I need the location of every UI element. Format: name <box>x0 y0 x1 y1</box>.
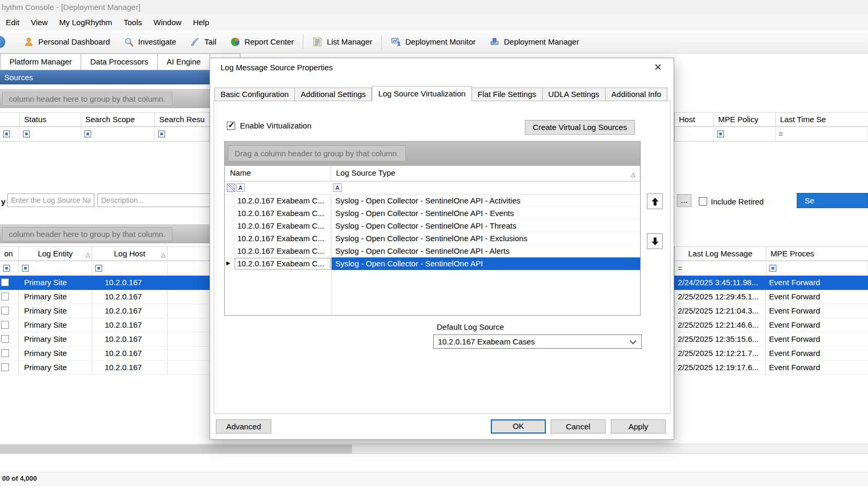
filter-cell[interactable] <box>776 127 868 141</box>
close-icon[interactable] <box>650 59 666 76</box>
clipped-toolbar-icon[interactable] <box>0 35 8 49</box>
filter-checkbox-icon[interactable] <box>84 131 91 137</box>
filter-checkbox-icon[interactable] <box>22 265 29 272</box>
filter-cell[interactable] <box>92 261 168 275</box>
lower-filter-row-right[interactable] <box>674 261 868 276</box>
apply-button[interactable]: Apply <box>611 419 666 434</box>
column-header-search-resu[interactable]: Search Resu <box>155 112 210 127</box>
checkbox-icon[interactable] <box>1 349 9 357</box>
row-checkbox-cell[interactable] <box>0 290 19 304</box>
filter-checkbox-icon[interactable] <box>3 131 10 137</box>
virtual-log-source-row[interactable]: 10.2.0.167 Exabeam C...Syslog - Open Col… <box>225 245 640 257</box>
move-up-button[interactable] <box>647 193 663 209</box>
column-header-mpe-proces[interactable]: MPE Proces <box>766 246 868 261</box>
description-input[interactable] <box>97 193 210 207</box>
browse-ellipsis-button[interactable]: ... <box>677 194 691 207</box>
create-virtual-log-sources-button[interactable]: Create Virtual Log Sources <box>525 120 635 135</box>
toolbar-deployment-monitor[interactable]: Deployment Monitor <box>384 30 482 53</box>
filter-checkbox-icon[interactable] <box>95 265 102 272</box>
cancel-button[interactable]: Cancel <box>551 419 606 434</box>
equals-filter-icon[interactable] <box>779 129 783 138</box>
checkbox-checked-icon[interactable] <box>227 122 235 130</box>
menu-item-my-logrhythm[interactable]: My LogRhythm <box>53 15 118 30</box>
row-checkbox-cell[interactable] <box>0 332 19 346</box>
toolbar-list-manager[interactable]: List Manager <box>305 30 379 53</box>
menu-item-help[interactable]: Help <box>187 15 215 30</box>
row-checkbox-cell[interactable] <box>0 304 19 318</box>
filter-checkbox-icon[interactable] <box>3 265 10 272</box>
toolbar-investigate[interactable]: Investigate <box>117 30 183 53</box>
filter-checkbox-icon[interactable] <box>158 131 165 137</box>
column-header-last-log-message[interactable]: Last Log Message <box>675 246 766 261</box>
dialog-tab-basic-configuration[interactable]: Basic Configuration <box>214 88 295 101</box>
column-header-blank[interactable] <box>168 246 210 261</box>
column-header-last-time-se[interactable]: Last Time Se <box>776 112 868 127</box>
scrollbar-thumb[interactable] <box>0 445 352 453</box>
checkbox-icon[interactable] <box>1 293 9 300</box>
ok-button[interactable]: OK <box>491 419 546 434</box>
filter-cell[interactable] <box>0 127 20 141</box>
filter-cell[interactable] <box>675 261 766 275</box>
virtual-log-source-row[interactable]: 10.2.0.167 Exabeam C...Syslog - Open Col… <box>225 207 640 220</box>
column-header-on[interactable]: on <box>0 246 19 261</box>
filter-a-icon[interactable] <box>333 183 342 192</box>
menu-item-window[interactable]: Window <box>148 15 187 30</box>
grid-column-header-name[interactable]: Name <box>225 166 331 181</box>
dialog-tab-additional-info[interactable]: Additional Info <box>606 88 667 101</box>
column-header-blank[interactable] <box>0 112 20 127</box>
column-header-host[interactable]: Host <box>675 112 714 127</box>
column-header-mpe-policy[interactable]: MPE Policy <box>714 112 776 127</box>
search-button[interactable]: Se <box>797 193 868 208</box>
filter-cell[interactable] <box>675 127 714 141</box>
column-header-log-host[interactable]: Log Host <box>92 246 168 261</box>
filter-cell[interactable] <box>766 261 868 275</box>
row-checkbox-cell[interactable] <box>0 347 19 360</box>
view-tab-data-processors[interactable]: Data Processors <box>81 53 158 70</box>
toolbar-personal-dashboard[interactable]: Personal Dashboard <box>17 30 117 53</box>
menu-item-view[interactable]: View <box>25 15 53 30</box>
filter-a-icon[interactable] <box>236 183 245 192</box>
filter-cell[interactable] <box>714 127 776 141</box>
column-header-log-entity[interactable]: Log Entity <box>19 246 92 261</box>
checkbox-icon[interactable] <box>1 335 9 343</box>
virtual-log-source-row[interactable]: 10.2.0.167 Exabeam C...Syslog - Open Col… <box>225 257 640 270</box>
filter-cell[interactable] <box>168 261 210 275</box>
checkbox-icon[interactable] <box>1 307 9 315</box>
include-retired-checkbox[interactable]: Include Retired <box>699 195 764 208</box>
upper-filter-row-right[interactable] <box>674 127 868 142</box>
toolbar-deployment-manager[interactable]: Deployment Manager <box>482 30 586 53</box>
enable-virtualization-checkbox[interactable]: Enable Virtualization <box>227 121 311 130</box>
move-down-button[interactable] <box>647 233 663 249</box>
toolbar-report-center[interactable]: Report Center <box>223 30 301 53</box>
log-source-name-input[interactable] <box>7 193 94 207</box>
grid-column-header-log-source-type[interactable]: Log Source Type <box>331 166 641 181</box>
menu-item-tools[interactable]: Tools <box>118 15 148 30</box>
virtual-log-source-row[interactable]: 10.2.0.167 Exabeam C...Syslog - Open Col… <box>225 220 640 232</box>
dialog-tab-log-source-virtualization[interactable]: Log Source Virtualization <box>372 86 472 101</box>
filter-cell[interactable] <box>81 127 155 141</box>
advanced-button[interactable]: Advanced <box>216 419 271 434</box>
filter-cell[interactable] <box>0 261 19 275</box>
toolbar-tail[interactable]: Tail <box>183 30 223 53</box>
filter-checkbox-icon[interactable] <box>23 131 30 137</box>
view-tab-platform-manager[interactable]: Platform Manager <box>0 53 81 70</box>
dialog-tab-flat-file-settings[interactable]: Flat File Settings <box>472 88 543 101</box>
checkbox-icon[interactable] <box>1 278 9 286</box>
row-checkbox-cell[interactable] <box>0 361 19 374</box>
filter-checkbox-icon[interactable] <box>717 131 724 137</box>
menu-item-edit[interactable]: Edit <box>0 15 25 30</box>
checkbox-icon[interactable] <box>1 363 9 371</box>
checkbox-icon[interactable] <box>1 321 9 329</box>
virtual-log-source-row[interactable]: 10.2.0.167 Exabeam C...Syslog - Open Col… <box>225 195 640 207</box>
filter-hatch-icon[interactable] <box>227 183 235 192</box>
row-checkbox-cell[interactable] <box>0 318 19 332</box>
horizontal-scrollbar[interactable] <box>0 444 868 454</box>
column-header-status[interactable]: Status <box>20 112 81 127</box>
filter-checkbox-icon[interactable] <box>770 265 776 272</box>
group-by-bar-dialog[interactable]: Drag a column header to group by that co… <box>225 142 640 166</box>
virtual-log-source-row[interactable]: 10.2.0.167 Exabeam C...Syslog - Open Col… <box>225 232 640 245</box>
filter-cell[interactable] <box>19 261 92 275</box>
filter-cell[interactable] <box>155 127 210 141</box>
row-checkbox-cell[interactable] <box>0 276 19 290</box>
filter-cell[interactable] <box>20 127 81 141</box>
